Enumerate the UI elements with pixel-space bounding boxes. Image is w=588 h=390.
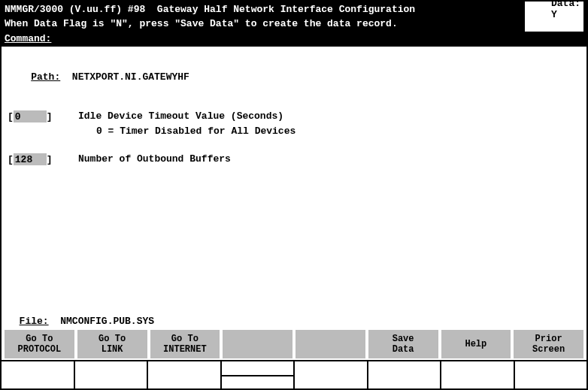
fkey-line2: Data <box>393 344 414 355</box>
fkey-line2: PROTOCOL <box>18 344 62 355</box>
fkey-line2: INTERNET <box>163 344 207 355</box>
timeout-label: Idle Device Timeout Value (Seconds) <box>78 110 283 122</box>
command-input[interactable] <box>54 33 583 45</box>
bracket-open: [ <box>8 154 14 165</box>
field-row-buffers: [ ] Number of Outbound Buffers <box>8 153 580 165</box>
fkey-line1: Prior <box>535 334 562 344</box>
bracket-close: ] <box>47 154 53 165</box>
timeout-input[interactable] <box>14 110 47 122</box>
bottom-status-grid <box>2 360 586 388</box>
data-flag-value: Y <box>551 9 557 20</box>
command-label: Command: <box>5 33 51 45</box>
fkey-bar: Go To PROTOCOL Go To LINK Go To INTERNET… <box>2 330 586 358</box>
bottom-cell-1 <box>2 361 75 388</box>
path-row: Path: NETXPORT.NI.GATEWYHF <box>8 60 580 94</box>
fkey-line1: Go To <box>171 334 199 344</box>
divider <box>222 375 294 376</box>
field-row-timeout: [ ] Idle Device Timeout Value (Seconds) <box>8 110 580 122</box>
fkey-goto-link[interactable]: Go To LINK <box>77 330 147 358</box>
timeout-sublabel: 0 = Timer Disabled for All Devices <box>96 125 580 137</box>
fkey-line2: Screen <box>532 344 565 355</box>
file-row: File: NMCONFIG.PUB.SYS <box>8 304 154 327</box>
data-flag-label: Data: <box>551 0 580 9</box>
bottom-cell-5 <box>295 361 368 388</box>
bottom-cell-3 <box>148 361 222 388</box>
bottom-cell-2 <box>75 361 149 388</box>
fkey-line2: LINK <box>102 344 123 355</box>
fkey-help[interactable]: Help <box>441 330 511 358</box>
bottom-cell-8 <box>515 361 587 388</box>
fkey-f5[interactable] <box>296 330 365 358</box>
data-flag: Data: Y <box>525 0 583 32</box>
fkey-goto-protocol[interactable]: Go To PROTOCOL <box>5 330 74 358</box>
field-input-wrap-buffers: [ ] <box>8 153 60 165</box>
fkey-goto-internet[interactable]: Go To INTERNET <box>150 330 220 358</box>
fkey-line1: Go To <box>26 334 53 344</box>
header-bar: NMMGR/3000 (V.uu.ff) #98 Gateway Half Ne… <box>2 2 586 17</box>
hint-bar: When Data Flag is "N", press "Save Data"… <box>2 17 586 32</box>
bottom-cell-4 <box>222 361 296 388</box>
fkey-line1: Go To <box>99 334 126 344</box>
path-label: Path: <box>31 71 60 83</box>
content-area: Path: NETXPORT.NI.GATEWYHF [ ] Idle Devi… <box>2 47 586 174</box>
file-label: File: <box>20 316 49 327</box>
bracket-open: [ <box>8 111 14 122</box>
bracket-close: ] <box>47 111 53 122</box>
buffers-input[interactable] <box>14 153 47 165</box>
file-value: NMCONFIG.PUB.SYS <box>60 316 154 327</box>
app-title: NMMGR/3000 (V.uu.ff) #98 Gateway Half Ne… <box>5 4 415 15</box>
command-bar: Command: <box>2 32 586 47</box>
fkey-f4[interactable] <box>223 330 292 358</box>
buffers-label: Number of Outbound Buffers <box>78 153 231 165</box>
fkey-line1: Save <box>393 334 414 344</box>
field-input-wrap-timeout: [ ] <box>8 110 60 122</box>
fkey-line1: Help <box>465 339 486 349</box>
bottom-cell-6 <box>368 361 442 388</box>
bottom-cell-7 <box>441 361 515 388</box>
fkey-prior-screen[interactable]: Prior Screen <box>514 330 583 358</box>
path-value: NETXPORT.NI.GATEWYHF <box>72 71 189 83</box>
fkey-save-data[interactable]: Save Data <box>368 330 438 358</box>
